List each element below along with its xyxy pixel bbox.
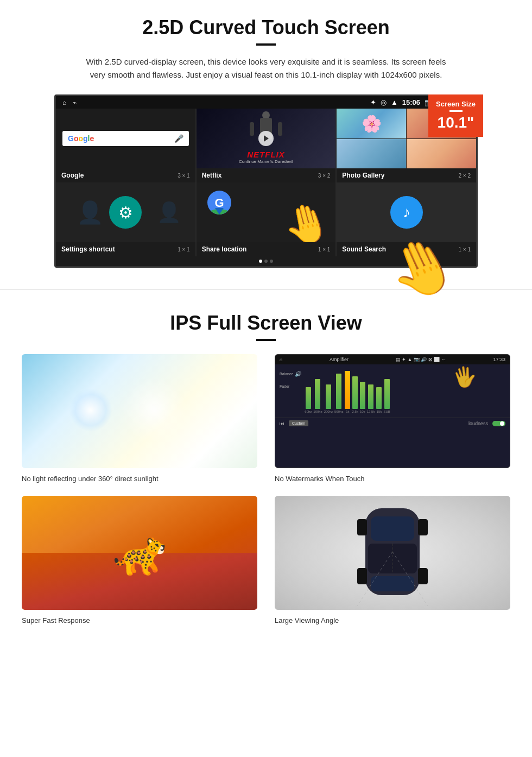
amp-home-icon: ⌂: [280, 357, 282, 362]
gallery-thumb-4: [407, 139, 476, 169]
amp-custom-button[interactable]: Custom: [289, 420, 308, 426]
badge-label: Screen Size: [436, 100, 476, 108]
amp-fader-label: Fader: [280, 384, 301, 388]
feature-amplifier: ⌂ Amplifier ▤ ✦ ▲ 📷 🔊 ⊠ ⬜ ← 17:33 Balanc…: [275, 354, 510, 483]
pagination-dots: [56, 256, 476, 266]
dot-2: [264, 260, 268, 263]
eq-label-1k: 1k: [346, 410, 349, 413]
svg-rect-5: [371, 516, 414, 541]
svg-rect-10: [418, 519, 428, 535]
eq-bar-fill-1k[interactable]: [345, 371, 350, 409]
app-cell-sound[interactable]: ♪ Sound Search 1 × 1: [337, 182, 476, 256]
eq-label-15k: 15k: [377, 410, 382, 413]
sound-app-label: Sound Search: [342, 245, 386, 253]
dot-1: [259, 260, 262, 263]
bottom-app-grid: 👤 👤 ⚙ Settings shortcut 1 × 1: [56, 182, 476, 256]
google-app-size: 3 × 1: [178, 173, 190, 179]
top-app-grid: Google 🎤 Google 3 × 1: [56, 109, 476, 182]
gallery-thumb-3: [337, 139, 406, 169]
hand-pointing-icon: 🤚: [278, 197, 335, 242]
eq-bar-fill-100hz[interactable]: [315, 379, 320, 409]
gallery-label-row: Photo Gallery 2 × 2: [337, 168, 476, 182]
svg-rect-9: [357, 568, 367, 584]
amp-header: ⌂ Amplifier ▤ ✦ ▲ 📷 🔊 ⊠ ⬜ ← 17:33: [275, 355, 510, 364]
eq-bar-fill-sub[interactable]: [384, 379, 390, 409]
google-search-bar[interactable]: Google 🎤: [62, 131, 189, 146]
svg-rect-8: [357, 519, 367, 535]
eq-bar-fill-15k[interactable]: [376, 387, 382, 409]
eq-bar-fill-60hz[interactable]: [306, 387, 311, 409]
amp-body: Balance 🔊 Fader 60hz: [275, 364, 510, 418]
flower-icon: 🌸: [362, 114, 382, 133]
app-cell-share[interactable]: G 🤚 Share location 1 × 1: [197, 182, 336, 256]
gallery-thumb-1: 🌸: [337, 109, 406, 138]
status-time: 15:06: [402, 98, 420, 106]
sound-app-size: 1 × 1: [458, 247, 471, 253]
app-cell-settings[interactable]: 👤 👤 ⚙ Settings shortcut 1 × 1: [56, 182, 195, 256]
location-icon: ◎: [381, 98, 387, 106]
amp-prev-icon[interactable]: ⏮: [280, 421, 284, 426]
app-cell-netflix[interactable]: NETFLIX Continue Marvel's Daredevil Netf…: [197, 109, 336, 182]
eq-bar-fill-25k[interactable]: [352, 376, 358, 409]
app-cell-google[interactable]: Google 🎤 Google 3 × 1: [56, 109, 195, 182]
sound-circle: ♪: [390, 196, 423, 229]
eq-bar-100hz: 100hz: [313, 379, 322, 413]
amp-side-labels: Balance 🔊 Fader: [280, 367, 301, 388]
eq-bar-fill-500hz[interactable]: [336, 374, 341, 409]
netflix-label-row: Netflix 3 × 2: [197, 168, 336, 182]
settings-gear-icon: ⚙: [118, 203, 133, 222]
usb-icon: ⌁: [73, 99, 77, 106]
device-container: Screen Size 10.1" ⌂ ⌁ ✦ ◎ ▲ 15:06 📷 🔊: [54, 94, 478, 268]
settings-bg-icon-right: 👤: [157, 201, 181, 224]
amp-time: 17:33: [493, 357, 505, 362]
eq-bar-fill-10k[interactable]: [360, 382, 365, 409]
eq-label-500hz: 500hz: [334, 410, 343, 413]
home-icon[interactable]: ⌂: [62, 99, 66, 106]
feature-amplifier-caption: No Watermarks When Touch: [275, 475, 510, 483]
eq-label-sub: SUB: [383, 410, 390, 413]
settings-app-label: Settings shortcut: [61, 245, 115, 253]
eq-bar-60hz: 60hz: [305, 387, 312, 413]
feature-cheetah: 🐆 Super Fast Response: [22, 496, 257, 624]
car-top-view-svg: [352, 497, 433, 606]
section1-divider: [256, 43, 276, 46]
sunlight-image: [22, 354, 257, 468]
figure-arm-left: [250, 122, 254, 136]
netflix-app-label: Netflix: [202, 172, 222, 179]
feature-grid: No light reflecting under 360° direct su…: [22, 354, 510, 624]
share-preview: G 🤚: [197, 182, 336, 242]
bluetooth-icon: ✦: [370, 98, 376, 106]
netflix-subtitle: Continue Marvel's Daredevil: [201, 159, 332, 164]
play-triangle-icon: [264, 135, 269, 142]
feature-car: Large Viewing Angle: [275, 496, 510, 624]
device-screen: ⌂ ⌁ ✦ ◎ ▲ 15:06 📷 🔊 ⊠ ⬜: [54, 94, 478, 268]
settings-preview: 👤 👤 ⚙: [56, 182, 195, 242]
feature-sunlight-caption: No light reflecting under 360° direct su…: [22, 475, 257, 483]
google-logo: Google: [68, 134, 94, 143]
eq-bar-15k: 15k: [376, 387, 382, 413]
eq-label-25k: 2.5k: [352, 410, 358, 413]
eq-bar-fill-200hz[interactable]: [326, 384, 331, 409]
eq-bar-fill-125k[interactable]: [368, 384, 373, 409]
mic-icon[interactable]: 🎤: [174, 134, 183, 143]
section-curved-touch: 2.5D Curved Touch Screen With 2.5D curve…: [0, 0, 532, 284]
dot-3: [270, 260, 273, 263]
cheetah-emoji: 🐆: [112, 527, 167, 578]
section1-description: With 2.5D curved-display screen, this de…: [81, 55, 451, 81]
netflix-logo-area: NETFLIX Continue Marvel's Daredevil: [201, 150, 332, 164]
amp-loudness-toggle[interactable]: [492, 421, 505, 426]
eq-label-60hz: 60hz: [305, 410, 312, 413]
figure-arm-right: [278, 122, 282, 136]
google-app-label: Google: [61, 172, 84, 179]
settings-icon-circle: ⚙: [109, 196, 142, 229]
eq-bar-125k: 12.5k: [367, 384, 375, 413]
amp-footer: ⏮ Custom loudness: [275, 418, 510, 428]
section-separator: [0, 289, 532, 290]
eq-bar-10k: 10k: [360, 382, 365, 413]
netflix-play-button[interactable]: [258, 131, 274, 146]
eq-bar-500hz: 500hz: [334, 374, 343, 413]
wifi-icon: ▲: [391, 98, 398, 106]
netflix-logo-text: NETFLIX: [201, 150, 332, 159]
share-app-size: 1 × 1: [318, 247, 331, 253]
section-ips: IPS Full Screen View No light reflecting…: [0, 295, 532, 641]
